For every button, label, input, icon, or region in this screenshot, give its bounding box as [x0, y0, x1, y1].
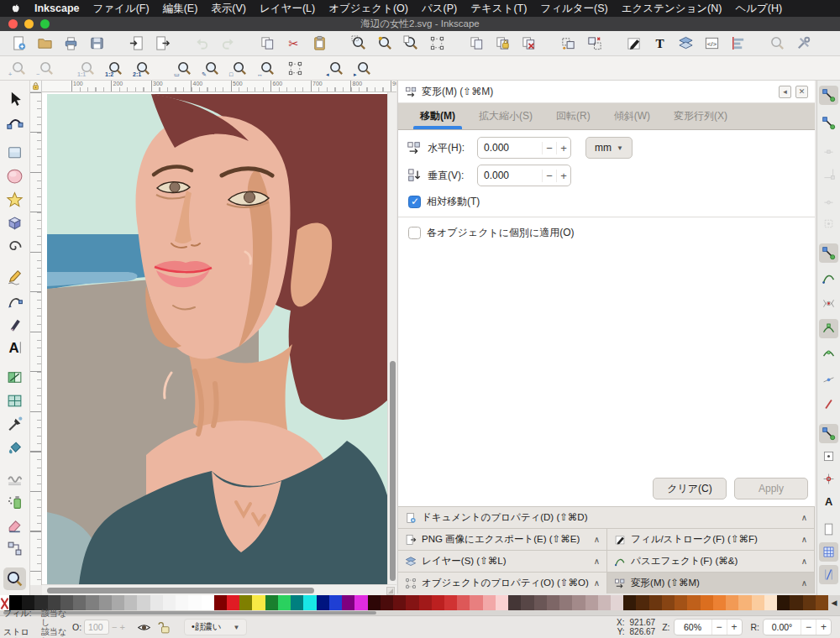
zoom-in-button[interactable]: + — [8, 58, 29, 78]
tab-rotate[interactable]: 回転(R) — [546, 103, 601, 129]
panel-transform[interactable]: 変形(M) (⇧⌘M) ∧ — [607, 572, 815, 594]
horizontal-input[interactable]: 0.000 − + — [477, 137, 571, 159]
palette-swatch[interactable] — [303, 595, 316, 610]
palette-swatch[interactable] — [547, 595, 559, 610]
horizontal-scrollbar-thumb[interactable] — [47, 588, 314, 594]
group-button[interactable] — [558, 34, 578, 54]
apple-menu[interactable] — [10, 3, 21, 15]
palette-swatch[interactable] — [585, 595, 598, 610]
menu-layer[interactable]: レイヤー(L) — [260, 2, 315, 16]
relative-move-checkbox[interactable] — [408, 196, 421, 208]
palette-swatch[interactable] — [202, 595, 214, 610]
palette-swatch[interactable] — [444, 595, 457, 610]
palette-swatch[interactable] — [662, 595, 675, 610]
selector-tool[interactable] — [3, 87, 26, 110]
snap-path-intersections-button[interactable] — [819, 294, 838, 313]
horizontal-increment-button[interactable]: + — [556, 142, 570, 154]
palette-swatch[interactable] — [790, 595, 802, 610]
spray-tool[interactable] — [3, 490, 26, 513]
eraser-tool[interactable] — [3, 514, 26, 536]
vertical-ruler[interactable] — [30, 92, 42, 585]
snap-guides-button[interactable] — [819, 565, 838, 584]
tab-skew[interactable]: 傾斜(W) — [604, 103, 660, 129]
zoom-value[interactable]: 60% — [675, 620, 711, 635]
duplicate-button[interactable] — [466, 34, 486, 54]
snap-bbox-button[interactable] — [819, 113, 838, 133]
zoom-next-button[interactable]: ▸ — [354, 58, 374, 78]
palette-swatch[interactable] — [496, 595, 508, 610]
fill-stroke-dialog-button[interactable] — [623, 34, 643, 54]
zoom-decrease-button[interactable]: − — [711, 620, 727, 635]
palette-scroll-left-arrow[interactable]: ◀ — [828, 595, 840, 610]
print-button[interactable] — [60, 34, 81, 54]
palette-swatch[interactable] — [803, 595, 816, 610]
rotation-decrease-button[interactable]: − — [801, 620, 816, 635]
vertical-input[interactable]: 0.000 − + — [477, 165, 571, 186]
palette-swatch[interactable] — [342, 595, 354, 610]
palette-swatch[interactable] — [227, 595, 239, 610]
vertical-scrollbar-thumb[interactable] — [390, 361, 396, 581]
connector-tool[interactable] — [3, 537, 26, 560]
unlink-clone-button[interactable] — [518, 34, 538, 54]
vertical-decrement-button[interactable]: − — [542, 170, 556, 182]
palette-swatch[interactable] — [381, 595, 393, 610]
palette-swatch[interactable] — [406, 595, 418, 610]
palette-swatch[interactable] — [675, 595, 687, 610]
tab-scale[interactable]: 拡大縮小(S) — [469, 103, 543, 129]
dropper-tool[interactable] — [3, 413, 26, 436]
vertical-increment-button[interactable]: + — [556, 170, 570, 182]
palette-swatch[interactable] — [816, 595, 828, 610]
palette-swatch[interactable] — [521, 595, 533, 610]
layers-dialog-button[interactable] — [675, 34, 696, 54]
rotation-increase-button[interactable]: + — [816, 620, 831, 635]
find-button[interactable] — [767, 34, 787, 54]
palette-swatch[interactable] — [470, 595, 482, 610]
palette-swatch[interactable] — [137, 595, 150, 610]
vertical-scrollbar[interactable] — [387, 92, 396, 584]
horizontal-scrollbar[interactable] — [42, 584, 396, 595]
palette-swatch[interactable] — [278, 595, 291, 610]
palette-swatch[interactable] — [239, 595, 252, 610]
snap-paths-button[interactable] — [819, 269, 838, 288]
palette-swatch[interactable] — [649, 595, 662, 610]
snap-bbox-corners-button[interactable] — [819, 164, 838, 183]
menu-filters[interactable]: フィルター(S) — [540, 2, 607, 16]
menu-object[interactable]: オブジェクト(O) — [328, 2, 408, 16]
palette-swatch[interactable] — [483, 595, 496, 610]
clear-button[interactable]: クリア(C) — [653, 478, 727, 499]
clone-button[interactable] — [492, 34, 512, 54]
apply-button[interactable]: Apply — [734, 478, 808, 499]
menu-text[interactable]: テキスト(T) — [470, 2, 527, 16]
rotation-value[interactable]: 0.00° — [764, 620, 801, 635]
text-tool[interactable] — [3, 336, 26, 358]
palette-swatch[interactable] — [73, 595, 86, 610]
pencil-tool[interactable] — [3, 265, 26, 288]
panel-path-effects[interactable]: パスエフェクト(F) (⌘&) ∧ — [607, 550, 815, 572]
open-document-button[interactable] — [34, 34, 55, 54]
canvas[interactable] — [42, 92, 387, 584]
zoom-previous-button[interactable]: ◂ — [326, 58, 346, 78]
deselect-button[interactable] — [427, 34, 447, 54]
box3d-tool[interactable] — [3, 212, 26, 234]
zoom-drawing-button[interactable] — [375, 34, 395, 54]
palette-swatch[interactable] — [124, 595, 137, 610]
palette-swatch[interactable] — [701, 595, 713, 610]
panel-object-properties[interactable]: オブジェクトのプロパティ(O) (⇧⌘O) ∧ — [398, 572, 607, 594]
palette-swatch[interactable] — [738, 595, 751, 610]
align-dialog-button[interactable] — [727, 34, 748, 54]
palette-swatch[interactable] — [188, 595, 201, 610]
menu-file[interactable]: ファイル(F) — [93, 2, 150, 16]
zoom-page-button[interactable] — [401, 34, 421, 54]
tweak-tool[interactable] — [3, 467, 26, 489]
menu-extensions[interactable]: エクステンション(N) — [622, 2, 722, 16]
palette-swatch[interactable] — [508, 595, 521, 610]
layer-selector[interactable]: •顔濃い ▼ — [184, 619, 247, 635]
rectangle-tool[interactable] — [3, 141, 26, 164]
palette-swatch[interactable] — [150, 595, 163, 610]
panel-fill-stroke[interactable]: フィル/ストローク(F) (⇧⌘F) ∧ — [607, 528, 815, 550]
palette-swatch[interactable] — [777, 595, 790, 610]
cut-button[interactable] — [283, 34, 303, 54]
palette-swatch[interactable] — [559, 595, 572, 610]
palette-swatch[interactable] — [432, 595, 444, 610]
palette-swatch[interactable] — [99, 595, 112, 610]
